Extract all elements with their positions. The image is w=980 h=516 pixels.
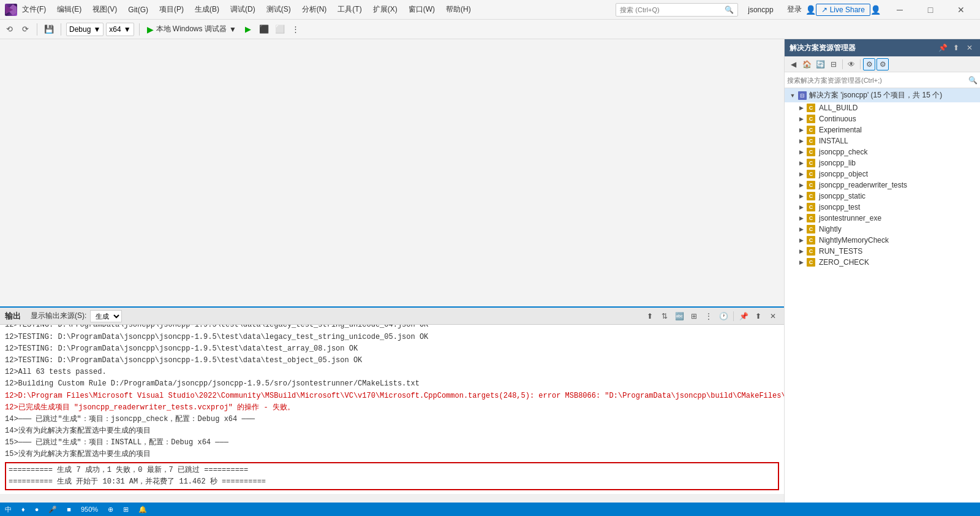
extra-btn1[interactable]: ⬛: [257, 23, 271, 36]
output-clear-btn[interactable]: ⬆: [644, 310, 656, 322]
restore-button[interactable]: □: [916, 0, 944, 20]
se-item-label: jsoncpp_static: [819, 192, 976, 200]
status-plus[interactable]: ⊕: [108, 506, 113, 514]
global-search-input[interactable]: [620, 6, 725, 13]
menu-project[interactable]: 项目(P): [154, 3, 189, 16]
extra-btn3[interactable]: ⋮: [289, 23, 303, 36]
window-title: jsoncpp: [738, 6, 783, 14]
menu-window[interactable]: 窗口(W): [404, 3, 440, 16]
se-tree-item[interactable]: ▶ C jsoncpp_test: [785, 202, 980, 213]
menu-build[interactable]: 生成(B): [190, 3, 224, 16]
se-float-btn[interactable]: ⬆: [951, 42, 962, 53]
se-sync-btn[interactable]: 🔄: [814, 58, 826, 70]
output-source-select[interactable]: 生成: [90, 310, 122, 322]
se-tree-item[interactable]: ▶ C RUN_TESTS: [785, 246, 980, 257]
status-grid[interactable]: ⊞: [123, 506, 129, 514]
menu-edit[interactable]: 编辑(E): [52, 3, 86, 16]
status-lang[interactable]: 中: [5, 505, 12, 514]
output-clock-btn[interactable]: 🕐: [717, 310, 729, 322]
output-pin-btn[interactable]: 📌: [737, 310, 750, 322]
output-wrap-btn[interactable]: ⇅: [658, 310, 671, 322]
platform-dropdown[interactable]: x64 ▼: [106, 23, 134, 36]
se-tree-item[interactable]: ▶ C jsontestrunner_exe: [785, 213, 980, 224]
se-filter-btn[interactable]: ⚙: [863, 58, 875, 70]
config-dropdown[interactable]: Debug ▼: [66, 23, 104, 36]
output-filter-btn[interactable]: ⊞: [688, 310, 700, 322]
se-collapse-btn[interactable]: ⊟: [827, 58, 840, 70]
solution-explorer: 解决方案资源管理器 📌 ⬆ ✕ ◀ 🏠 🔄 ⊟ 👁 ⚙ ⚙ 🔍 ▼ ⊟ 解决方案…: [784, 39, 980, 503]
se-tree-item[interactable]: ▶ C Nightly: [785, 224, 980, 235]
platform-label: x64: [109, 25, 121, 34]
se-tree-item[interactable]: ▶ C jsoncpp_lib: [785, 157, 980, 169]
menu-git[interactable]: Git(G): [123, 4, 153, 15]
se-tree-item[interactable]: ▶ C ALL_BUILD: [785, 102, 980, 113]
menu-help[interactable]: 帮助(H): [441, 3, 476, 16]
se-close-btn[interactable]: ✕: [964, 42, 975, 53]
output-float-btn[interactable]: ⬆: [752, 310, 764, 322]
output-line: 15>——— 已跳过"生成"：项目：INSTALL，配置：Debug x64 —…: [5, 437, 779, 449]
person-icon[interactable]: 👤: [805, 5, 816, 15]
run-button[interactable]: ▶ 本地 Windows 调试器 ▼: [145, 23, 239, 36]
se-tree-item[interactable]: ▶ C jsoncpp_check: [785, 146, 980, 157]
se-tree-item[interactable]: ▶ C NightlyMemoryCheck: [785, 235, 980, 246]
se-pin-btn[interactable]: 📌: [937, 42, 948, 53]
output-summary-2: ========== 生成 开始于 10:31 AM，并花费了 11.462 秒…: [9, 476, 775, 488]
se-view-btn[interactable]: 👁: [845, 58, 858, 70]
platform-arrow: ▼: [124, 25, 131, 34]
account-icon[interactable]: 👤: [870, 5, 881, 15]
se-item-label: jsoncpp_check: [819, 148, 976, 156]
se-item-label: ALL_BUILD: [819, 104, 976, 112]
se-item-icon: C: [807, 170, 815, 178]
menu-debug[interactable]: 调试(D): [225, 3, 260, 16]
close-button[interactable]: ✕: [947, 0, 975, 20]
output-close-btn[interactable]: ✕: [767, 310, 779, 322]
se-home-btn[interactable]: 🏠: [801, 58, 813, 70]
se-back-btn[interactable]: ◀: [787, 58, 799, 70]
menu-tools[interactable]: 工具(T): [333, 3, 366, 16]
undo-btn[interactable]: ⟲: [2, 23, 16, 36]
menu-test[interactable]: 测试(S): [262, 3, 296, 16]
se-tree-item[interactable]: ▶ C jsoncpp_static: [785, 191, 980, 202]
menu-analyze[interactable]: 分析(N): [297, 3, 332, 16]
se-tree-item[interactable]: ▶ C INSTALL: [785, 135, 980, 146]
se-tree-item[interactable]: ▶ C jsoncpp_object: [785, 169, 980, 180]
menu-view[interactable]: 视图(V): [88, 3, 122, 16]
se-settings-btn[interactable]: ⚙: [876, 58, 889, 70]
status-mic[interactable]: 🎤: [48, 506, 57, 514]
se-item-expand: ▶: [797, 258, 805, 267]
output-body[interactable]: 12>TESTING: D:\ProgramData\jsoncpp\jsonc…: [0, 325, 784, 494]
status-dot: ♦: [21, 506, 25, 513]
attach-btn[interactable]: ▶: [241, 23, 255, 36]
se-solution-row[interactable]: ▼ ⊟ 解决方案 'jsoncpp' (15 个项目，共 15 个): [785, 88, 980, 102]
login-button[interactable]: 登录: [783, 3, 805, 16]
save-all-btn[interactable]: 💾: [42, 23, 56, 36]
se-item-icon: C: [807, 181, 815, 189]
se-item-icon: C: [807, 214, 815, 222]
se-sep: [842, 59, 843, 69]
redo-btn[interactable]: ⟳: [18, 23, 32, 36]
se-tree-item[interactable]: ▶ C Experimental: [785, 124, 980, 135]
status-bell[interactable]: 🔔: [138, 506, 147, 514]
global-search-box[interactable]: 🔍: [616, 3, 738, 17]
se-item-icon: C: [807, 126, 815, 134]
se-search-input[interactable]: [787, 77, 968, 84]
output-find-btn[interactable]: 🔤: [673, 310, 685, 322]
se-tree-item[interactable]: ▶ C Continuous: [785, 113, 980, 124]
se-item-icon: C: [807, 247, 815, 256]
output-line: 12>TESTING: D:\ProgramData\jsoncpp\jsonc…: [5, 325, 779, 332]
se-item-label: jsoncpp_lib: [819, 159, 976, 167]
output-more-btn[interactable]: ⋮: [703, 310, 715, 322]
se-title: 解决方案资源管理器: [790, 43, 935, 53]
se-item-icon: C: [807, 159, 815, 167]
se-tree-item[interactable]: ▶ C ZERO_CHECK: [785, 257, 980, 268]
extra-btn2[interactable]: ⬜: [273, 23, 287, 36]
se-search[interactable]: 🔍: [785, 72, 980, 88]
menu-file[interactable]: 文件(F): [17, 3, 51, 16]
output-hscrollbar[interactable]: [0, 494, 784, 503]
solution-icon: ⊟: [798, 91, 807, 100]
se-tree-item[interactable]: ▶ C jsoncpp_readerwriter_tests: [785, 180, 980, 191]
minimize-button[interactable]: ─: [886, 0, 914, 20]
menu-extensions[interactable]: 扩展(X): [368, 3, 402, 16]
live-share-label: Live Share: [830, 6, 865, 14]
live-share-button[interactable]: ↗ Live Share: [816, 4, 870, 16]
